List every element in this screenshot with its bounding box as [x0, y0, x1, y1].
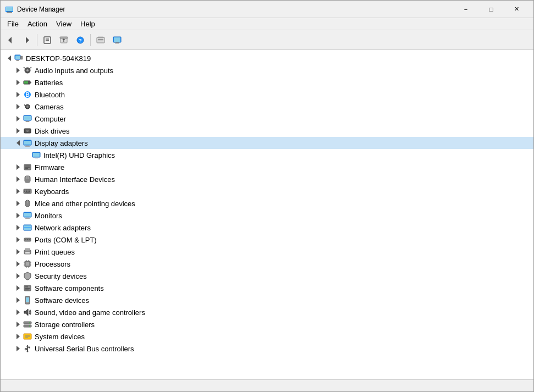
svg-point-83 [27, 239, 28, 240]
svg-rect-10 [60, 37, 68, 38]
sound-expand-arrow[interactable] [14, 308, 23, 317]
security-expand-arrow[interactable] [14, 272, 23, 280]
print-expand-arrow[interactable] [14, 247, 23, 256]
forward-button[interactable] [19, 32, 35, 48]
ports-expand-arrow[interactable] [14, 235, 23, 244]
svg-rect-22 [115, 43, 119, 43]
tree-item-ports[interactable]: Ports (COM & LPT) [1, 234, 533, 246]
monitors-expand-arrow[interactable] [14, 211, 23, 220]
bluetooth-expand-arrow[interactable] [14, 90, 23, 99]
tree-item-hid[interactable]: Human Interface Devices [1, 173, 533, 185]
maximize-button[interactable]: □ [478, 1, 504, 18]
tree-item-mice[interactable]: Mice and other pointing devices [1, 197, 533, 209]
tree-item-storage[interactable]: Storage controllers [1, 318, 533, 330]
ports-icon [23, 235, 32, 245]
tree-item-audio[interactable]: Audio inputs and outputs [1, 64, 533, 76]
disk-label: Disk drives [35, 127, 70, 135]
menu-action[interactable]: Action [23, 19, 52, 29]
svg-point-38 [26, 106, 29, 108]
sound-label: Sound, video and game controllers [35, 308, 145, 317]
svg-rect-25 [20, 56, 23, 59]
tree-item-security[interactable]: Security devices [1, 270, 533, 282]
storage-expand-arrow[interactable] [14, 320, 23, 329]
content-area: DESKTOP-504K819 Audio inputs and outputs [1, 50, 533, 379]
computer-expand-arrow[interactable] [14, 114, 23, 123]
software-comp-icon [23, 283, 32, 293]
menu-view[interactable]: View [52, 19, 76, 29]
monitors-icon [23, 211, 32, 220]
svg-rect-75 [24, 213, 31, 217]
cameras-expand-arrow[interactable] [14, 102, 23, 111]
software-comp-expand-arrow[interactable] [14, 284, 23, 292]
tree-root[interactable]: DESKTOP-504K819 [1, 52, 533, 64]
network-expand-arrow[interactable] [14, 223, 23, 232]
svg-rect-99 [25, 286, 28, 288]
tree-item-software-comp[interactable]: Software components [1, 282, 533, 294]
tree-item-intel-graphics[interactable]: Intel(R) UHD Graphics [1, 149, 533, 161]
display-button[interactable] [109, 32, 125, 48]
tree-item-software-dev[interactable]: Software devices [1, 294, 533, 306]
keyboards-expand-arrow[interactable] [14, 187, 23, 196]
minimize-button[interactable]: − [453, 1, 478, 18]
device-tree[interactable]: DESKTOP-504K819 Audio inputs and outputs [1, 50, 533, 379]
close-button[interactable]: ✕ [504, 1, 529, 18]
tree-item-monitors[interactable]: Monitors [1, 209, 533, 222]
menu-file[interactable]: File [3, 19, 23, 29]
svg-rect-52 [33, 153, 40, 157]
processors-expand-arrow[interactable] [14, 260, 23, 268]
update-button[interactable] [56, 32, 71, 48]
tree-item-network[interactable]: Network adapters [1, 222, 533, 234]
svg-text:B: B [25, 92, 29, 98]
menu-bar: File Action View Help [1, 18, 533, 30]
audio-expand-arrow[interactable] [14, 66, 23, 75]
usb-expand-arrow[interactable] [14, 344, 23, 353]
tree-item-print[interactable]: Print queues [1, 246, 533, 258]
tree-item-usb[interactable]: Universal Serial Bus controllers [1, 343, 533, 355]
display-expand-arrow[interactable] [14, 139, 23, 147]
processors-label: Processors [35, 260, 70, 268]
tree-item-batteries[interactable]: Batteries [1, 76, 533, 89]
disk-expand-arrow[interactable] [14, 126, 23, 135]
audio-icon [23, 65, 32, 75]
tree-item-firmware[interactable]: Firmware [1, 161, 533, 173]
batteries-expand-arrow[interactable] [14, 78, 23, 87]
properties-button[interactable] [40, 32, 55, 48]
tree-item-display[interactable]: Display adapters [1, 137, 533, 149]
system-icon [23, 332, 32, 341]
tree-item-disk[interactable]: Disk drives [1, 125, 533, 137]
tree-item-processors[interactable]: Processors [1, 258, 533, 270]
cameras-icon [23, 102, 32, 112]
tree-item-system[interactable]: System devices [1, 330, 533, 343]
svg-rect-70 [25, 192, 30, 194]
hid-expand-arrow[interactable] [14, 175, 23, 184]
svg-rect-65 [29, 190, 30, 191]
tree-item-computer[interactable]: Computer [1, 113, 533, 125]
computer-tree-icon [23, 114, 32, 124]
audio-label: Audio inputs and outputs [35, 67, 113, 75]
back-button[interactable] [3, 32, 18, 48]
svg-rect-34 [24, 81, 28, 84]
batteries-label: Batteries [35, 79, 63, 87]
firmware-label: Firmware [35, 163, 64, 172]
resources-button[interactable] [93, 32, 108, 48]
tree-item-cameras[interactable]: Cameras [1, 101, 533, 113]
root-expand-arrow[interactable] [5, 54, 14, 63]
help-button[interactable]: ? [73, 32, 88, 48]
system-expand-arrow[interactable] [14, 332, 23, 341]
software-dev-expand-arrow[interactable] [14, 296, 23, 305]
mice-expand-arrow[interactable] [14, 199, 23, 208]
network-icon [23, 223, 32, 233]
svg-rect-26 [16, 60, 19, 60]
svg-rect-63 [26, 190, 27, 191]
intel-graphics-label: Intel(R) UHD Graphics [43, 151, 115, 159]
tree-item-bluetooth[interactable]: B Bluetooth [1, 89, 533, 101]
batteries-icon [23, 78, 32, 87]
firmware-expand-arrow[interactable] [14, 163, 23, 172]
svg-rect-56 [25, 167, 30, 168]
menu-help[interactable]: Help [76, 19, 100, 29]
svg-point-108 [29, 322, 30, 323]
storage-icon [23, 319, 32, 329]
svg-point-82 [25, 239, 26, 240]
tree-item-sound[interactable]: Sound, video and game controllers [1, 306, 533, 318]
tree-item-keyboards[interactable]: Keyboards [1, 185, 533, 197]
